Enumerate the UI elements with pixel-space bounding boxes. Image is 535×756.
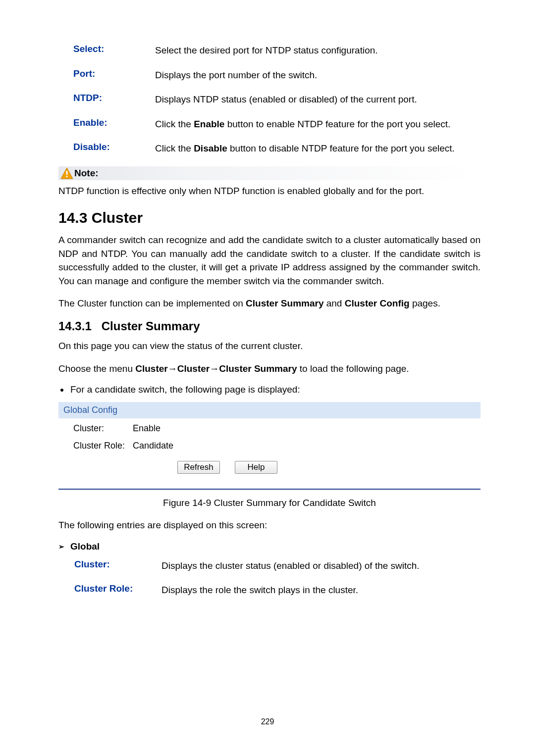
note-label: Note: (74, 168, 99, 179)
note-bar: Note: (58, 166, 481, 180)
paragraph: The Cluster function can be implemented … (58, 297, 481, 310)
subsection-number: 14.3.1 (58, 319, 92, 333)
text-bold: Cluster (135, 363, 167, 374)
panel-row-value: Candidate (133, 441, 173, 451)
section-heading: 14.3 Cluster (58, 209, 481, 226)
panel-row-cluster-role: Cluster Role: Candidate (58, 436, 481, 453)
panel-row-label: Cluster: (73, 423, 133, 434)
def-desc-select: Select the desired port for NTDP status … (155, 44, 378, 57)
def-desc-enable: Click the Enable button to enable NTDP f… (155, 117, 450, 131)
def-label-cluster: Cluster: (74, 559, 161, 573)
text-bold: Disable (194, 143, 227, 153)
subsection-heading: 14.3.1 Cluster Summary (58, 319, 481, 333)
figure-caption: Figure 14-9 Cluster Summary for Candidat… (58, 498, 481, 508)
warning-icon (60, 167, 73, 179)
paragraph: On this page you can view the status of … (58, 339, 481, 353)
def-desc-ntdp: Displays NTDP status (enabled or disable… (155, 93, 417, 106)
section-number: 14.3 (58, 209, 87, 226)
text: button to disable NTDP feature for the p… (227, 143, 455, 153)
def-desc-cluster: Displays the cluster status (enabled or … (161, 559, 420, 573)
text: The Cluster function can be implemented … (58, 298, 246, 308)
text: pages. (410, 298, 440, 308)
page-number: 229 (0, 717, 535, 726)
def-label-disable: Disable: (58, 142, 155, 155)
svg-rect-2 (66, 176, 68, 177)
field-definitions: Select: Select the desired port for NTDP… (58, 44, 481, 155)
note-text: NTDP function is effective only when NTD… (58, 184, 481, 198)
chevron-right-icon: ➢ (58, 543, 64, 551)
help-button[interactable]: Help (235, 461, 277, 474)
def-desc-port: Displays the port number of the switch. (155, 68, 317, 82)
text: button to enable NTDP feature for the po… (224, 119, 450, 129)
def-label-select: Select: (58, 44, 155, 57)
def-row: Port: Displays the port number of the sw… (58, 68, 481, 82)
def-label-cluster-role: Cluster Role: (74, 583, 161, 597)
def-row: Cluster Role: Displays the role the swit… (74, 583, 481, 597)
text: Choose the menu (58, 363, 135, 374)
text: → (168, 363, 177, 374)
paragraph: The following entries are displayed on t… (58, 518, 481, 532)
def-row: Enable: Click the Enable button to enabl… (58, 117, 481, 131)
panel-separator (58, 489, 481, 490)
def-desc-disable: Click the Disable button to disable NTDP… (155, 142, 455, 155)
def-row: Disable: Click the Disable button to dis… (58, 142, 481, 155)
text-bold: Cluster Summary (246, 298, 323, 308)
def-row: Select: Select the desired port for NTDP… (58, 44, 481, 57)
bullet-dot-icon (60, 389, 63, 392)
sub-heading: ➢ Global (58, 541, 481, 552)
text-bold: Cluster (177, 363, 210, 374)
text-bold: Enable (194, 119, 224, 129)
def-label-ntdp: NTDP: (58, 93, 155, 106)
text-bold: Cluster Summary (219, 363, 297, 374)
def-row: Cluster: Displays the cluster status (en… (74, 559, 481, 573)
subsection-title: Cluster Summary (102, 319, 200, 333)
def-label-enable: Enable: (58, 117, 155, 131)
panel-row-label: Cluster Role: (73, 441, 133, 451)
panel-buttons: Refresh Help (58, 453, 481, 480)
text: and (323, 298, 344, 308)
refresh-button[interactable]: Refresh (177, 461, 220, 474)
def-row: NTDP: Displays NTDP status (enabled or d… (58, 93, 481, 106)
text: to load the following page. (297, 363, 409, 374)
paragraph: A commander switch can recognize and add… (58, 233, 481, 288)
field-definitions-2: Cluster: Displays the cluster status (en… (58, 559, 481, 597)
paragraph: Choose the menu Cluster→Cluster→Cluster … (58, 362, 481, 376)
section-title: Cluster (92, 209, 143, 226)
bullet-item: For a candidate switch, the following pa… (58, 384, 481, 395)
def-label-port: Port: (58, 68, 155, 82)
panel-title: Global Config (58, 402, 481, 418)
text: Click the (155, 119, 194, 129)
global-config-panel: Global Config Cluster: Enable Cluster Ro… (58, 402, 481, 486)
panel-row-value: Enable (133, 423, 160, 434)
sub-heading-text: Global (70, 541, 100, 552)
bullet-text: For a candidate switch, the following pa… (70, 384, 300, 395)
svg-rect-1 (66, 171, 68, 175)
def-desc-cluster-role: Displays the role the switch plays in th… (161, 583, 358, 597)
text: → (210, 363, 219, 374)
text: Click the (155, 143, 194, 153)
text-bold: Cluster Config (345, 298, 410, 308)
panel-row-cluster: Cluster: Enable (58, 418, 481, 436)
